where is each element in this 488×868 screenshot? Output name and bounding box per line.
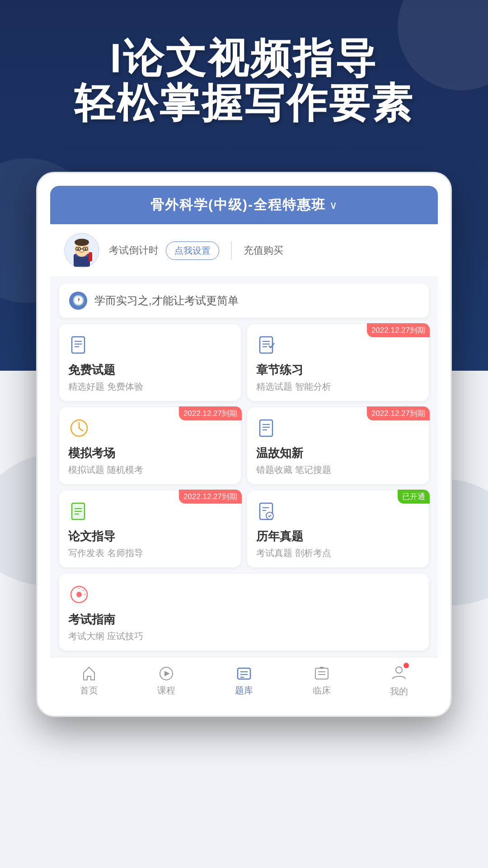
svg-rect-44: [315, 668, 328, 679]
chevron-down-icon: ∨: [329, 199, 338, 212]
card-mock-exam-subtitle: 模拟试题 随机模考: [68, 464, 232, 476]
hero-section: I论文视频指导 轻松掌握写作要素: [0, 36, 488, 126]
tablet-frame: 骨外科学(中级)-全程特惠班 ∨: [36, 172, 452, 717]
svg-line-34: [83, 590, 84, 591]
card-chapter-practice-title: 章节练习: [256, 362, 420, 378]
user-banner: 考试倒计时 点我设置 充值购买: [50, 224, 438, 277]
card-free-questions[interactable]: 免费试题 精选好题 免费体验: [59, 324, 241, 401]
nav-label-questions: 题库: [235, 684, 253, 697]
card-mock-exam[interactable]: 2022.12.27到期 模拟考场 模拟试题 随机模考: [59, 407, 241, 484]
nav-label-mine: 我的: [390, 685, 408, 698]
bottom-nav: 首页 课程 题库: [50, 657, 438, 703]
card-paper-guide-title: 论文指导: [68, 528, 232, 544]
tablet-screen: 骨外科学(中级)-全程特惠班 ∨: [50, 186, 438, 703]
motto-bar: 🕐 学而实习之,才能让考试更简单: [59, 283, 429, 318]
history-exam-badge: 已开通: [398, 490, 430, 504]
svg-point-8: [77, 248, 79, 250]
nav-label-course: 课程: [157, 684, 175, 697]
card-history-exam[interactable]: 已开通 历年真题 考试真题 剖析考点: [247, 491, 429, 567]
card-free-questions-subtitle: 精选好题 免费体验: [68, 381, 232, 393]
nav-item-mine[interactable]: 我的: [390, 665, 408, 698]
card-chapter-practice-subtitle: 精选试题 智能分析: [256, 381, 420, 393]
nav-item-home[interactable]: 首页: [80, 665, 98, 697]
card-paper-guide[interactable]: 2022.12.27到期 论文指导 写作发表 名师指导: [59, 491, 241, 567]
svg-point-4: [75, 239, 89, 246]
card-chapter-practice[interactable]: 2022.12.27到期 章节练习 精选试题 智能分析: [247, 324, 429, 401]
svg-marker-39: [164, 671, 170, 676]
hero-title-line2: 轻松掌握写作要素: [27, 81, 461, 126]
card-history-exam-subtitle: 考试真题 剖析考点: [256, 547, 420, 559]
svg-rect-10: [89, 252, 92, 261]
nav-item-questions[interactable]: 题库: [235, 665, 253, 697]
svg-point-9: [84, 248, 86, 250]
card-mock-exam-title: 模拟考场: [68, 445, 232, 461]
chapter-practice-badge: 2022.12.27到期: [367, 323, 430, 337]
set-countdown-button[interactable]: 点我设置: [166, 241, 219, 260]
svg-rect-15: [260, 337, 272, 353]
nav-item-clinical[interactable]: 临床: [313, 665, 331, 697]
svg-point-49: [396, 667, 402, 673]
card-review-subtitle: 错题收藏 笔记搜题: [256, 464, 420, 476]
card-paper-guide-subtitle: 写作发表 名师指导: [68, 547, 232, 559]
nav-label-home: 首页: [80, 684, 98, 697]
tablet-container: 骨外科学(中级)-全程特惠班 ∨: [36, 172, 452, 717]
app-header-title: 骨外科学(中级)-全程特惠班: [150, 196, 326, 214]
nav-item-course[interactable]: 课程: [157, 665, 175, 697]
review-badge: 2022.12.27到期: [367, 406, 430, 420]
card-exam-guide[interactable]: 考试指南 考试大纲 应试技巧: [59, 574, 429, 651]
svg-rect-20: [260, 420, 272, 436]
divider: [231, 241, 232, 259]
card-history-exam-title: 历年真题: [256, 528, 420, 544]
card-review[interactable]: 2022.12.27到期 温故知新 错题收藏 笔记搜题: [247, 407, 429, 484]
last-row: 考试指南 考试大纲 应试技巧: [50, 574, 438, 657]
card-exam-guide-subtitle: 考试大纲 应试技巧: [68, 630, 420, 642]
card-review-title: 温故知新: [256, 445, 420, 461]
mock-exam-badge: 2022.12.27到期: [179, 406, 242, 420]
hero-title-line1: I论文视频指导: [27, 36, 461, 81]
user-info-section: 考试倒计时 点我设置 充值购买: [109, 241, 424, 260]
card-exam-guide-title: 考试指南: [68, 612, 420, 627]
card-free-questions-title: 免费试题: [68, 362, 232, 378]
nav-label-clinical: 临床: [313, 684, 331, 697]
recharge-button[interactable]: 充值购买: [244, 244, 283, 257]
paper-guide-badge: 2022.12.27到期: [179, 490, 242, 504]
avatar: [64, 232, 100, 269]
svg-rect-11: [72, 337, 84, 353]
clock-icon: 🕐: [69, 292, 87, 310]
features-grid: 免费试题 精选好题 免费体验 2022.12.27到期 章节练习 精选试题 智能…: [50, 324, 438, 574]
motto-text: 学而实习之,才能让考试更简单: [94, 293, 239, 308]
countdown-label: 考试倒计时: [109, 244, 159, 257]
app-header[interactable]: 骨外科学(中级)-全程特惠班 ∨: [50, 186, 438, 224]
